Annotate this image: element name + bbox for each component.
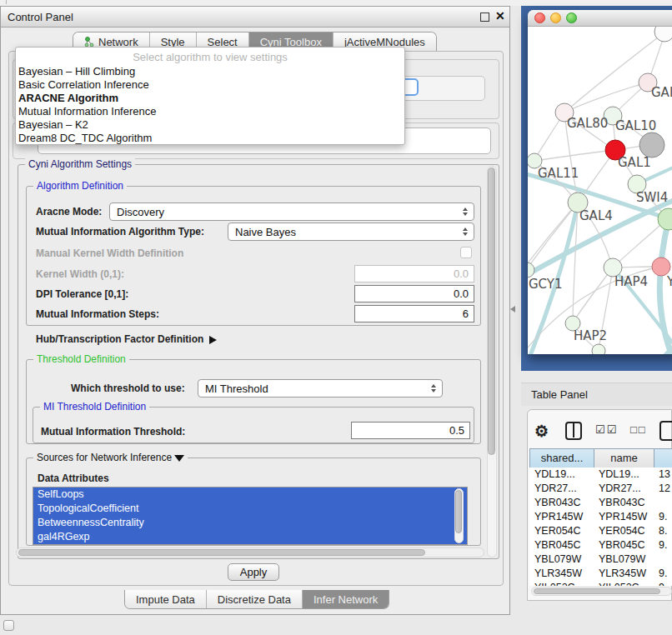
table-row[interactable]: YBR043CYBR043C [529, 496, 672, 510]
table-header: shared...name [529, 448, 672, 468]
node-label-gal1: GAL1 [618, 155, 651, 170]
node-label-gal4: GAL4 [579, 208, 613, 223]
fn-icon[interactable] [659, 421, 672, 441]
network-node-node-green[interactable] [658, 208, 672, 230]
dropdown-item-bayesian-hill-climbing[interactable]: Bayesian – Hill Climbing [16, 65, 404, 78]
network-icon [84, 37, 94, 48]
select-all-icon[interactable]: ☑☑ [595, 423, 618, 436]
table-panel-titlebar: Table Panel [521, 382, 672, 406]
top-strip [0, 0, 672, 6]
combo-arrows-icon [428, 384, 439, 392]
table-row[interactable]: YER054CYER054C8. [529, 524, 672, 538]
bottom-tab-infer-network[interactable]: Infer Network [302, 590, 389, 608]
table-row[interactable]: YIL052CYIL052C9 [529, 581, 672, 586]
network-node-node-gray[interactable] [639, 132, 664, 158]
hub-definition-label[interactable]: Hub/Transcription Factor Definition [36, 333, 217, 345]
mi-type-label: Mutual Information Algorithm Type: [36, 226, 204, 238]
network-window: GALGAL80GAL10GAL1GAL11SWI4GAL4HAP4YGCY1H… [528, 10, 672, 354]
columns-icon[interactable] [565, 422, 582, 440]
manual-kernel-label: Manual Kernel Width Definition [36, 248, 183, 259]
attribute-item-betweennesscentrality[interactable]: BetweennessCentrality [33, 516, 467, 530]
minimize-traffic-light[interactable] [550, 12, 561, 23]
bottom-tab-impute-data[interactable]: Impute Data [125, 590, 206, 608]
mi-threshold-title: MI Threshold Definition [40, 401, 149, 412]
dropdown-item-aracne-algorithm[interactable]: ARACNE Algorithm [16, 92, 404, 105]
collapse-down-icon [174, 455, 184, 462]
control-panel-window: Control Panel ✕ NetworkStyleSelectCyni T… [0, 6, 510, 615]
network-canvas[interactable]: GALGAL80GAL10GAL1GAL11SWI4GAL4HAP4YGCY1H… [528, 27, 672, 354]
manual-kernel-checkbox[interactable] [460, 247, 472, 258]
attribute-item-topologicalcoefficient[interactable]: TopologicalCoefficient [33, 502, 467, 516]
deselect-all-icon[interactable]: □□ [630, 423, 647, 436]
attribute-item-gal4rgexp[interactable]: gal4RGexp [33, 530, 467, 544]
node-label-gal11: GAL11 [538, 166, 579, 181]
network-window-titlebar [528, 10, 672, 27]
table-row[interactable]: YDL19...YDL19...13 [529, 468, 672, 482]
table-row[interactable]: YBR045CYBR045C9. [529, 538, 672, 552]
control-panel-titlebar: Control Panel ✕ [1, 7, 509, 28]
mi-type-combo[interactable]: Naive Bayes [228, 222, 474, 241]
table-panel: ⚙ ☑☑ □□ shared...name YDL19...YDL19...13… [527, 409, 672, 601]
panel-splitter-arrow[interactable] [510, 306, 515, 312]
node-label-gal80: GAL80 [567, 116, 608, 131]
aracne-mode-label: Aracne Mode: [36, 206, 102, 218]
dpi-tolerance-label: DPI Tolerance [0,1]: [36, 288, 128, 300]
table-hscrollbar-thumb[interactable] [534, 588, 660, 594]
column-header-col2[interactable] [654, 449, 672, 468]
apply-button[interactable]: Apply [228, 563, 279, 581]
threshold-definition-title: Threshold Definition [33, 353, 129, 365]
float-window-icon[interactable] [480, 12, 489, 22]
dropdown-prompt: Select algorithm to view settings [16, 49, 404, 65]
gear-icon[interactable]: ⚙ [534, 422, 549, 441]
node-label-gal: GAL [651, 85, 672, 100]
table-row[interactable]: YPR145WYPR145W9. [529, 510, 672, 524]
bottom-tab-discretize-data[interactable]: Discretize Data [206, 590, 302, 608]
dock-mini-icon[interactable] [3, 620, 14, 631]
node-label-gcy1: GCY1 [529, 277, 563, 292]
zoom-traffic-light[interactable] [566, 12, 577, 23]
column-header-name[interactable]: name [594, 449, 654, 468]
node-label-swi4: SWI4 [636, 190, 668, 205]
dropdown-item-mutual-information-inference[interactable]: Mutual Information Inference [16, 105, 404, 118]
table-row[interactable]: YDR27...YDR27...12 [529, 482, 672, 496]
mi-threshold-field[interactable]: 0.5 [351, 422, 470, 439]
aracne-mode-combo[interactable]: Discovery [109, 202, 474, 221]
attribute-item-selfloops[interactable]: SelfLoops [33, 488, 467, 502]
kernel-width-field[interactable]: 0.0 [354, 265, 474, 282]
table-row[interactable]: YLR345WYLR345W9. [529, 567, 672, 581]
network-node-node[interactable] [654, 27, 672, 42]
mi-steps-field[interactable]: 6 [354, 305, 474, 322]
which-threshold-combo[interactable]: MI Threshold [198, 379, 443, 398]
table-body: YDL19...YDL19...13YDR27...YDR27...12YBR0… [529, 468, 672, 586]
bottom-tabbar: Impute DataDiscretize DataInfer Network [124, 590, 389, 609]
attributes-scrollbar-thumb[interactable] [455, 490, 462, 533]
table-panel-title: Table Panel [531, 388, 588, 401]
network-node-node-pink[interactable] [652, 258, 670, 276]
network-node-gcy1[interactable] [528, 262, 534, 278]
combo-arrows-icon [459, 228, 471, 236]
combo-arrows-icon [459, 208, 471, 216]
settings-hscrollbar-thumb[interactable] [18, 549, 425, 556]
network-node-node-bottom[interactable] [592, 344, 605, 354]
column-header-shared[interactable]: shared... [530, 449, 594, 468]
data-attributes-label: Data Attributes [38, 472, 109, 484]
sources-title[interactable]: Sources for Network Inference [33, 452, 188, 463]
settings-scrollbar-thumb[interactable] [488, 168, 495, 455]
dropdown-item-basic-correlation-inference[interactable]: Basic Correlation Inference [16, 78, 404, 92]
close-icon[interactable]: ✕ [495, 9, 505, 22]
dropdown-item-bayesian-k2[interactable]: Bayesian – K2 [16, 118, 404, 132]
which-threshold-label: Which threshold to use: [71, 382, 185, 394]
data-attributes-list[interactable]: SelfLoopsTopologicalCoefficientBetweenne… [33, 487, 468, 545]
table-row[interactable]: YBL079WYBL079W [529, 552, 672, 567]
control-panel-title: Control Panel [8, 11, 73, 23]
kernel-width-label: Kernel Width (0,1): [36, 268, 124, 280]
node-label-y: Y [666, 274, 672, 289]
dpi-tolerance-field[interactable]: 0.0 [354, 285, 474, 302]
close-traffic-light[interactable] [534, 12, 545, 23]
network-edge [534, 151, 609, 161]
mi-steps-label: Mutual Information Steps: [36, 308, 159, 320]
expand-right-icon [209, 336, 217, 344]
dropdown-item-dream8-dc-tdc-algorithm[interactable]: Dream8 DC_TDC Algorithm [16, 132, 404, 145]
network-edge [569, 82, 648, 110]
node-label-hap2: HAP2 [574, 328, 607, 343]
